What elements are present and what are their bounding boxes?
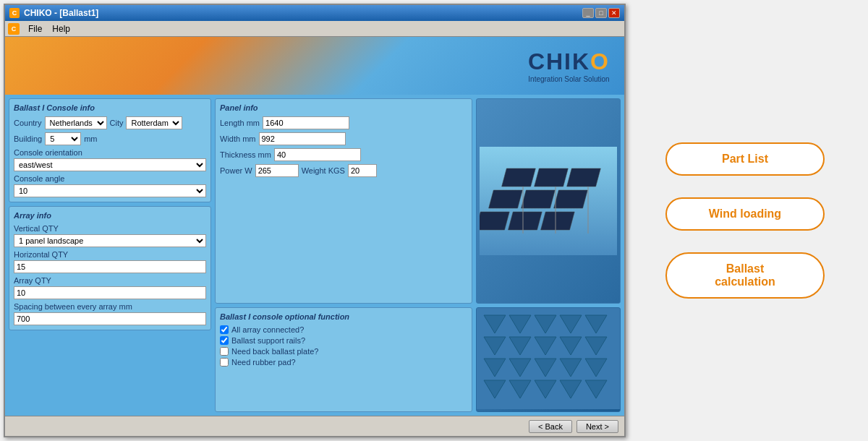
city-label: City: [110, 119, 124, 127]
minimize-button[interactable]: _: [582, 8, 594, 18]
svg-rect-5: [522, 190, 556, 208]
width-input[interactable]: [259, 132, 346, 145]
length-input[interactable]: [263, 116, 349, 129]
option-row-0: All array connected?: [220, 325, 467, 334]
logo-area: CHIKO Integration Solar Solution: [528, 48, 610, 83]
vertical-qty-select[interactable]: 1 panel landscape: [14, 234, 206, 247]
building-label: Building: [14, 134, 42, 143]
power-input[interactable]: [255, 164, 299, 177]
option-checkbox-2[interactable]: [220, 347, 229, 356]
window-controls: _ □ ✕: [582, 8, 620, 18]
panel-info-title: Panel info: [220, 103, 467, 112]
country-row: Country Netherlands City Rotterdam: [14, 116, 206, 129]
option-label-2: Need back ballast plate?: [231, 347, 318, 356]
wind-loading-button[interactable]: Wind loading: [665, 197, 825, 231]
app-menu-icon: C: [8, 23, 20, 35]
right-sidebar: Part List Wind loading Ballast calculati…: [629, 0, 861, 441]
maximize-button[interactable]: □: [595, 8, 607, 18]
building-unit: mm: [84, 134, 97, 143]
svg-rect-3: [567, 168, 601, 187]
svg-rect-1: [502, 168, 536, 187]
vertical-qty-label: Vertical QTY: [14, 224, 206, 233]
option-row-3: Need rubber pad?: [220, 358, 467, 367]
building-row: Building 5 mm: [14, 132, 206, 145]
power-weight-row: Power W Weight KGS: [220, 164, 467, 177]
optional-functions-section: Ballast I console optional function All …: [215, 307, 472, 412]
app-icon: C: [9, 8, 20, 18]
option-checkbox-3[interactable]: [220, 358, 229, 367]
svg-rect-4: [489, 190, 523, 208]
length-row: Length mm: [220, 116, 467, 129]
orientation-group: Console orientation east/west: [14, 148, 206, 171]
svg-rect-8: [509, 212, 542, 230]
ballast-calculation-button[interactable]: Ballast calculation: [665, 252, 825, 299]
triangle-pattern: [476, 307, 621, 412]
svg-rect-2: [535, 168, 569, 187]
angle-label: Console angle: [14, 174, 206, 183]
ballast-console-title: Ballast I Console info: [14, 103, 206, 112]
orientation-label: Console orientation: [14, 148, 206, 157]
thickness-input[interactable]: [274, 148, 361, 161]
right-panel: Panel info Length mm Width mm: [215, 98, 621, 412]
width-row: Width mm: [220, 132, 467, 145]
option-label-0: All array connected?: [231, 325, 304, 334]
thickness-label: Thickness mm: [220, 150, 271, 159]
city-select[interactable]: Rotterdam: [126, 116, 182, 129]
angle-group: Console angle 10: [14, 174, 206, 197]
title-bar: C CHIKO - [Ballast1] _ □ ✕: [5, 5, 624, 21]
spacing-label: Spacing between every array mm: [14, 302, 206, 311]
part-list-button[interactable]: Part List: [665, 142, 825, 176]
bottom-bar: < Back Next >: [5, 416, 624, 436]
svg-rect-7: [480, 212, 509, 230]
building-select[interactable]: 5: [45, 132, 81, 145]
ballast-console-section: Ballast I Console info Country Netherlan…: [9, 98, 211, 202]
orientation-select[interactable]: east/west: [14, 158, 206, 171]
option-checkbox-1[interactable]: [220, 336, 229, 345]
solar-panel-image: [476, 98, 621, 304]
array-info-title: Array info: [14, 211, 206, 220]
width-label: Width mm: [220, 134, 256, 143]
option-label-3: Need rubber pad?: [231, 358, 296, 367]
main-window: C CHIKO - [Ballast1] _ □ ✕ C File Help: [4, 4, 626, 437]
country-label: Country: [14, 119, 42, 127]
back-button[interactable]: < Back: [529, 420, 572, 433]
option-row-1: Ballast support rails?: [220, 336, 467, 345]
array-info-section: Array info Vertical QTY 1 panel landscap…: [9, 206, 211, 330]
close-button[interactable]: ✕: [608, 8, 620, 18]
thickness-row: Thickness mm: [220, 148, 467, 161]
bottom-right: Ballast I console optional function All …: [215, 307, 621, 412]
next-button[interactable]: Next >: [576, 420, 618, 433]
svg-rect-9: [541, 212, 575, 230]
window-title: CHIKO - [Ballast1]: [24, 8, 98, 18]
logo-o: O: [590, 48, 610, 74]
array-qty-input[interactable]: 10: [14, 286, 206, 299]
angle-select[interactable]: 10: [14, 184, 206, 197]
length-label: Length mm: [220, 119, 260, 127]
array-qty-label: Array QTY: [14, 276, 206, 285]
option-row-2: Need back ballast plate?: [220, 347, 467, 356]
country-select[interactable]: Netherlands: [45, 116, 107, 129]
header-area: CHIKO Integration Solar Solution: [5, 37, 624, 95]
spacing-input[interactable]: 700: [14, 312, 206, 325]
triangle-svg: [477, 308, 621, 409]
menu-file[interactable]: File: [24, 23, 46, 35]
power-label: Power W: [220, 166, 252, 175]
content-area: CHIKO Integration Solar Solution Ballast…: [5, 37, 624, 436]
logo-text: CHIKO: [528, 48, 610, 75]
weight-input[interactable]: [348, 164, 377, 177]
logo-subtitle: Integration Solar Solution: [528, 75, 609, 83]
panel-info-section: Panel info Length mm Width mm: [215, 98, 472, 304]
logo-chik: CHIK: [528, 48, 590, 74]
menu-help[interactable]: Help: [48, 23, 75, 35]
left-panel: Ballast I Console info Country Netherlan…: [9, 98, 211, 412]
svg-rect-6: [554, 190, 588, 208]
menu-bar: C File Help: [5, 21, 624, 37]
weight-label: Weight KGS: [302, 166, 345, 175]
optional-functions-title: Ballast I console optional function: [220, 312, 467, 321]
option-checkbox-0[interactable]: [220, 325, 229, 334]
option-label-1: Ballast support rails?: [231, 336, 305, 345]
main-content: Ballast I Console info Country Netherlan…: [5, 95, 624, 416]
top-right: Panel info Length mm Width mm: [215, 98, 621, 304]
horizontal-qty-label: Horizontal QTY: [14, 250, 206, 259]
horizontal-qty-input[interactable]: 15: [14, 260, 206, 273]
